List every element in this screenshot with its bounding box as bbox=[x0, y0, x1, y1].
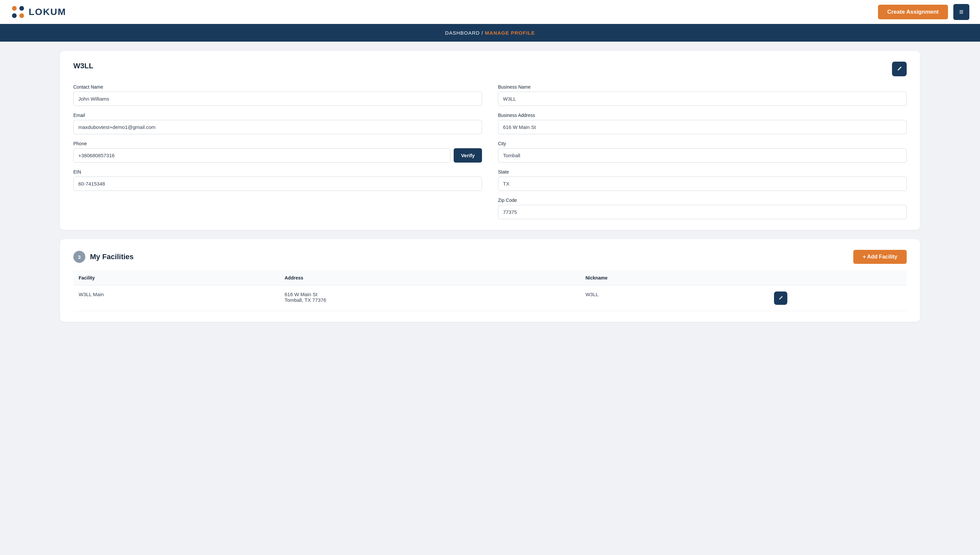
facilities-card: 3 My Facilities + Add Facility Facility … bbox=[60, 239, 920, 322]
state-group: State bbox=[498, 169, 907, 191]
facility-edit-button[interactable] bbox=[774, 292, 787, 305]
email-label: Email bbox=[73, 112, 482, 118]
phone-label: Phone bbox=[73, 141, 482, 146]
col-address: Address bbox=[280, 271, 580, 286]
table-cell-edit bbox=[769, 286, 907, 311]
facilities-table: Facility Address Nickname W3LL Main616 W… bbox=[73, 271, 907, 311]
pencil-icon bbox=[778, 295, 783, 301]
email-group: Email bbox=[73, 112, 482, 134]
phone-row: Verify bbox=[73, 148, 482, 162]
zip-label: Zip Code bbox=[498, 197, 907, 203]
table-cell-facility: W3LL Main bbox=[73, 286, 280, 311]
breadcrumb-current: MANAGE PROFILE bbox=[485, 30, 535, 36]
col-actions bbox=[769, 271, 907, 286]
svg-point-0 bbox=[12, 6, 17, 11]
ein-input[interactable] bbox=[73, 176, 482, 191]
ein-group: EIN bbox=[73, 169, 482, 191]
profile-card-title: W3LL bbox=[73, 62, 93, 70]
facilities-table-header-row: Facility Address Nickname bbox=[73, 271, 907, 286]
table-cell-address: 616 W Main StTomball, TX 77376 bbox=[280, 286, 580, 311]
business-name-group: Business Name bbox=[498, 84, 907, 106]
facilities-header: 3 My Facilities + Add Facility bbox=[73, 250, 907, 264]
page-header: LOKUM Create Assignment ≡ bbox=[0, 0, 980, 24]
contact-name-input[interactable] bbox=[73, 91, 482, 106]
city-label: City bbox=[498, 141, 907, 146]
profile-form: Contact Name Email Phone Verify EIN bbox=[73, 84, 907, 219]
breadcrumb: DASHBOARD / MANAGE PROFILE bbox=[0, 24, 980, 42]
ein-label: EIN bbox=[73, 169, 482, 175]
add-facility-button[interactable]: + Add Facility bbox=[853, 250, 907, 264]
profile-left-col: Contact Name Email Phone Verify EIN bbox=[73, 84, 482, 219]
profile-card-header: W3LL bbox=[73, 62, 907, 76]
phone-input[interactable] bbox=[73, 148, 450, 162]
business-address-input[interactable] bbox=[498, 120, 907, 134]
header-actions: Create Assignment ≡ bbox=[878, 4, 969, 20]
facilities-title: My Facilities bbox=[90, 252, 134, 261]
logo: LOKUM bbox=[11, 5, 66, 19]
state-label: State bbox=[498, 169, 907, 175]
state-input[interactable] bbox=[498, 176, 907, 191]
breadcrumb-separator: / bbox=[480, 30, 485, 36]
create-assignment-button[interactable]: Create Assignment bbox=[878, 5, 948, 19]
contact-name-group: Contact Name bbox=[73, 84, 482, 106]
business-address-label: Business Address bbox=[498, 112, 907, 118]
logo-icon bbox=[11, 5, 25, 19]
main-content: W3LL Contact Name Email Phone bbox=[0, 42, 980, 340]
facilities-title-wrap: 3 My Facilities bbox=[73, 251, 134, 263]
table-row: W3LL Main616 W Main StTomball, TX 77376W… bbox=[73, 286, 907, 311]
svg-point-2 bbox=[12, 13, 17, 18]
business-address-group: Business Address bbox=[498, 112, 907, 134]
col-nickname: Nickname bbox=[580, 271, 768, 286]
facilities-count-badge: 3 bbox=[73, 251, 85, 263]
email-input[interactable] bbox=[73, 120, 482, 134]
city-group: City bbox=[498, 141, 907, 162]
verify-button[interactable]: Verify bbox=[454, 148, 482, 162]
facilities-table-body: W3LL Main616 W Main StTomball, TX 77376W… bbox=[73, 286, 907, 311]
contact-name-label: Contact Name bbox=[73, 84, 482, 90]
svg-point-1 bbox=[19, 6, 24, 11]
business-name-label: Business Name bbox=[498, 84, 907, 90]
zip-group: Zip Code bbox=[498, 197, 907, 219]
breadcrumb-dashboard: DASHBOARD bbox=[445, 30, 480, 36]
profile-card: W3LL Contact Name Email Phone bbox=[60, 51, 920, 230]
facilities-table-head: Facility Address Nickname bbox=[73, 271, 907, 286]
table-cell-nickname: W3LL bbox=[580, 286, 768, 311]
svg-point-3 bbox=[19, 13, 24, 18]
phone-group: Phone Verify bbox=[73, 141, 482, 162]
profile-edit-button[interactable] bbox=[892, 62, 907, 76]
col-facility: Facility bbox=[73, 271, 280, 286]
menu-button[interactable]: ≡ bbox=[953, 4, 969, 20]
zip-input[interactable] bbox=[498, 205, 907, 219]
city-input[interactable] bbox=[498, 148, 907, 162]
business-name-input[interactable] bbox=[498, 91, 907, 106]
profile-right-col: Business Name Business Address City Stat… bbox=[498, 84, 907, 219]
logo-text: LOKUM bbox=[29, 6, 66, 17]
pencil-icon bbox=[896, 66, 902, 72]
